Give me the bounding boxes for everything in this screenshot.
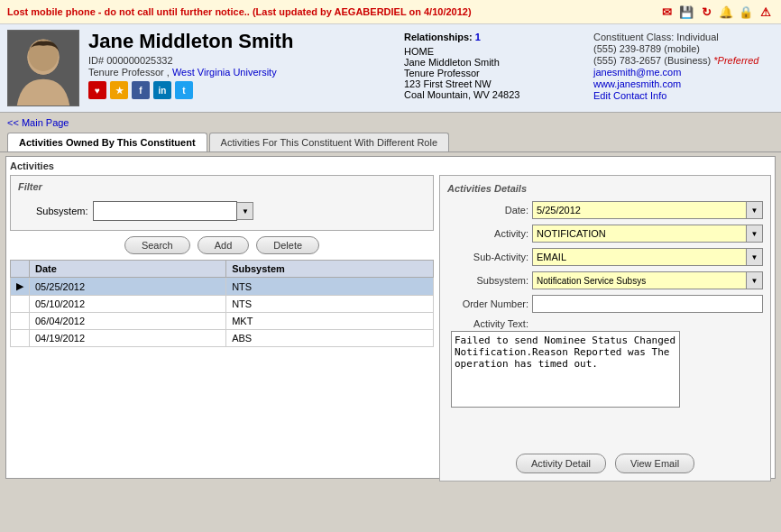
subsystem-detail-row: Subsystem: ▼: [447, 271, 763, 289]
row-subsystem: NTS: [226, 278, 434, 296]
filter-row: Subsystem: ▼: [18, 197, 426, 225]
linkedin-icon[interactable]: in: [153, 81, 171, 99]
date-input[interactable]: [532, 201, 747, 219]
col-subsystem: Subsystem: [226, 261, 434, 278]
row-arrow: [11, 296, 30, 313]
activity-input[interactable]: [532, 225, 747, 243]
main-page-link: << Main Page: [0, 113, 781, 133]
subsystem-filter-label: Subsystem:: [36, 206, 87, 216]
subsystem-detail-input[interactable]: [532, 271, 747, 289]
row-arrow: [11, 313, 30, 330]
date-label: Date:: [447, 205, 528, 216]
alert-text: Lost mobile phone - do not call until fu…: [7, 6, 472, 17]
filter-box: Filter Subsystem: ▼: [10, 175, 434, 231]
activity-detail-button[interactable]: Activity Detail: [516, 454, 606, 473]
col-arrow: [11, 261, 30, 278]
table-row[interactable]: 05/10/2012 NTS: [11, 296, 434, 313]
activity-text-row: Activity Text: Failed to send Nominee St…: [447, 318, 763, 408]
subsystem-detail-wrap: ▼: [532, 271, 763, 289]
edit-contact-link: Edit Contact Info: [593, 90, 774, 101]
relationships-link[interactable]: 1: [475, 32, 481, 42]
heart-icon[interactable]: ♥: [88, 81, 106, 99]
activity-row: Activity: ▼: [447, 225, 763, 243]
activities-inner: Filter Subsystem: ▼ Search Add Delete: [10, 175, 771, 482]
subactivity-input-wrap: ▼: [532, 248, 763, 266]
warning-icon[interactable]: ⚠: [758, 4, 774, 20]
row-subsystem: NTS: [226, 296, 434, 313]
edit-contact-anchor[interactable]: Edit Contact Info: [593, 90, 666, 101]
tab-owned[interactable]: Activities Owned By This Constituent: [7, 133, 207, 151]
bell-icon[interactable]: 🔔: [718, 4, 734, 20]
row-date: 06/04/2012: [30, 313, 226, 330]
contact-class: Constituent Class: Individual: [593, 32, 774, 42]
view-email-button[interactable]: View Email: [615, 454, 694, 473]
university-link[interactable]: West Virginia University: [172, 67, 277, 78]
email-link[interactable]: janesmith@me.com: [593, 67, 681, 78]
subsystem-detail-label: Subsystem:: [447, 275, 528, 286]
tab-bar: Activities Owned By This Constituent Act…: [0, 133, 781, 152]
row-date: 05/25/2012: [30, 278, 226, 296]
address-name: Jane Middleton Smith: [404, 57, 584, 68]
main-page-anchor[interactable]: << Main Page: [7, 117, 69, 128]
contact-website: www.janesmith.com: [593, 78, 774, 89]
profile-title: Tenure Professor , West Virginia Univers…: [88, 67, 395, 78]
address-city: Coal Mountain, WV 24823: [404, 89, 584, 100]
facebook-icon[interactable]: f: [132, 81, 150, 99]
left-panel: Filter Subsystem: ▼ Search Add Delete: [10, 175, 434, 482]
tab-different-role[interactable]: Activities For This Constituent With Dif…: [209, 133, 449, 151]
toolbar-icons: ✉ 💾 ↻ 🔔 🔒 ⚠: [658, 4, 774, 20]
lock-icon[interactable]: 🔒: [738, 4, 754, 20]
action-buttons: Search Add Delete: [10, 236, 434, 254]
address-type: HOME: [404, 46, 584, 57]
table-row[interactable]: 04/19/2012 ABS: [11, 330, 434, 347]
subsystem-filter-input[interactable]: [93, 201, 237, 221]
envelope-icon[interactable]: ✉: [658, 4, 675, 20]
row-date: 04/19/2012: [30, 330, 226, 347]
subactivity-label: Sub-Activity:: [447, 252, 528, 262]
activity-text-area[interactable]: Failed to send Nominee Status Changed No…: [451, 331, 680, 408]
activity-text-label: Activity Text:: [447, 318, 528, 329]
star-icon[interactable]: ★: [110, 81, 128, 99]
subsystem-input-wrap: ▼: [93, 201, 253, 221]
preferred-label: *Preferred: [713, 55, 758, 66]
add-button[interactable]: Add: [198, 236, 250, 254]
order-number-label: Order Number:: [447, 298, 528, 309]
search-button[interactable]: Search: [124, 236, 190, 254]
subactivity-dropdown-btn[interactable]: ▼: [747, 248, 763, 266]
order-number-wrap: [532, 295, 763, 313]
order-number-input[interactable]: [532, 295, 763, 313]
address-title: Tenure Professor: [404, 68, 584, 78]
row-date: 05/10/2012: [30, 296, 226, 313]
social-icons: ♥ ★ f in t: [88, 81, 395, 99]
subactivity-row: Sub-Activity: ▼: [447, 248, 763, 266]
delete-button[interactable]: Delete: [256, 236, 319, 254]
row-arrow: ▶: [11, 278, 30, 296]
row-subsystem: MKT: [226, 313, 434, 330]
twitter-icon[interactable]: t: [175, 81, 193, 99]
order-number-row: Order Number:: [447, 295, 763, 313]
relationships-col: Relationships: 1 HOME Jane Middleton Smi…: [404, 30, 584, 106]
relationships-title: Relationships: 1: [404, 32, 584, 42]
contact-col: Constituent Class: Individual (555) 239-…: [593, 30, 774, 106]
subsystem-filter-dropdown-btn[interactable]: ▼: [237, 202, 253, 220]
row-subsystem: ABS: [226, 330, 434, 347]
table-row[interactable]: 06/04/2012 MKT: [11, 313, 434, 330]
activities-section-title: Activities: [10, 161, 771, 171]
details-title: Activities Details: [447, 183, 763, 194]
refresh-icon[interactable]: ↻: [698, 4, 714, 20]
subactivity-input[interactable]: [532, 248, 747, 266]
profile-header: Jane Middleton Smith ID# 000000025332 Te…: [0, 24, 781, 113]
activity-dropdown-btn[interactable]: ▼: [747, 225, 763, 243]
profile-name: Jane Middleton Smith: [88, 30, 395, 53]
activities-section: Activities Filter Subsystem: ▼ Search Ad…: [5, 156, 776, 479]
save-icon[interactable]: 💾: [678, 4, 694, 20]
col-date: Date: [30, 261, 226, 278]
right-panel: Activities Details Date: ▼ Activity: ▼: [439, 175, 771, 482]
date-dropdown-btn[interactable]: ▼: [747, 201, 763, 219]
date-input-wrap: ▼: [532, 201, 763, 219]
bottom-buttons: Activity Detail View Email: [447, 448, 763, 473]
table-row[interactable]: ▶ 05/25/2012 NTS: [11, 278, 434, 296]
activity-input-wrap: ▼: [532, 225, 763, 243]
website-link[interactable]: www.janesmith.com: [593, 78, 681, 89]
subsystem-detail-dropdown-btn[interactable]: ▼: [747, 271, 763, 289]
